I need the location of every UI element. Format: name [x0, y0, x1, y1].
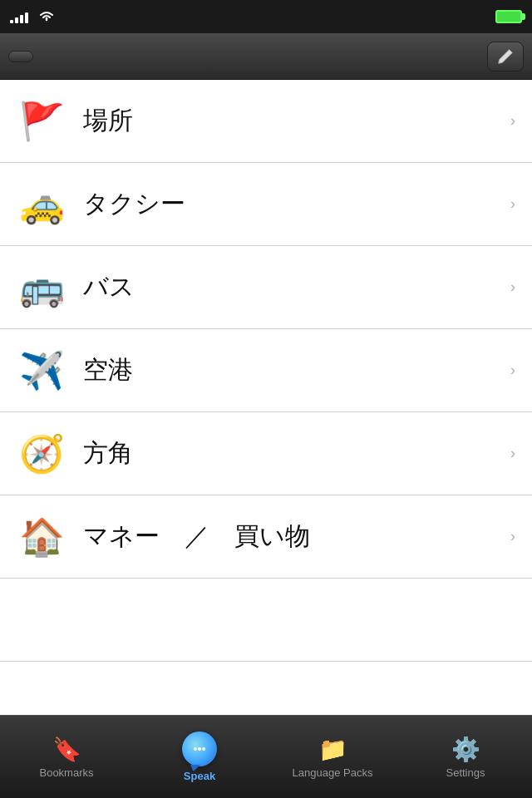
tab-label-bookmarks: Bookmarks: [39, 766, 93, 779]
nav-bar: [0, 33, 532, 80]
label-places: 場所: [83, 104, 133, 138]
svg-point-1: [198, 747, 201, 751]
tab-icon-language-packs: 📁: [318, 736, 347, 763]
search-button[interactable]: [487, 42, 524, 71]
label-airport: 空港: [83, 353, 133, 387]
icon-bus: 🚌: [17, 263, 66, 313]
status-left: [10, 10, 55, 23]
tab-bookmarks[interactable]: 🔖Bookmarks: [0, 716, 133, 798]
list-item-empty: [0, 662, 532, 715]
speech-icon: [190, 741, 209, 756]
list-item-bus[interactable]: 🚌バス›: [0, 246, 532, 329]
tab-settings[interactable]: ⚙️Settings: [399, 716, 532, 798]
status-right: [495, 10, 522, 23]
tab-icon-bookmarks: 🔖: [52, 736, 81, 763]
list-item-money[interactable]: 🏠マネー ／ 買い物›: [0, 495, 532, 579]
icon-airport: ✈️: [17, 346, 66, 396]
label-bus: バス: [83, 270, 135, 304]
label-money: マネー ／ 買い物: [83, 520, 310, 554]
chevron-bus: ›: [510, 278, 515, 296]
label-direction: 方角: [83, 436, 133, 470]
list-item-places[interactable]: 🚩場所›: [0, 80, 532, 163]
chevron-direction: ›: [510, 445, 515, 462]
label-taxi: タクシー: [83, 187, 185, 221]
status-bar: [0, 0, 532, 33]
chevron-places: ›: [510, 112, 515, 130]
icon-taxi: 🚕: [17, 180, 66, 229]
svg-point-2: [202, 747, 205, 751]
signal-icon: [10, 10, 28, 23]
icon-direction: 🧭: [17, 429, 66, 479]
tab-label-speak: Speak: [184, 770, 215, 782]
tab-language-packs[interactable]: 📁Language Packs: [266, 716, 399, 798]
category-list: 🚩場所›🚕タクシー›🚌バス›✈️空港›🧭方角›🏠マネー ／ 買い物›: [0, 80, 532, 715]
back-button[interactable]: [8, 51, 33, 62]
wifi-icon: [38, 10, 55, 23]
list-item-empty: [0, 579, 532, 662]
tab-icon-settings: ⚙️: [451, 736, 480, 763]
chevron-money: ›: [510, 528, 515, 545]
tab-speak[interactable]: Speak: [133, 716, 266, 798]
speak-icon: [182, 732, 217, 766]
tab-bar: 🔖Bookmarks Speak📁Language Packs⚙️Setting…: [0, 715, 532, 798]
svg-point-0: [194, 747, 197, 751]
tab-label-settings: Settings: [446, 766, 485, 779]
battery-icon: [495, 10, 522, 23]
icon-money: 🏠: [17, 512, 66, 562]
icon-places: 🚩: [17, 96, 66, 146]
tab-label-language-packs: Language Packs: [293, 766, 373, 779]
pencil-icon: [496, 47, 515, 66]
list-item-direction[interactable]: 🧭方角›: [0, 412, 532, 495]
list-item-airport[interactable]: ✈️空港›: [0, 329, 532, 412]
list-item-taxi[interactable]: 🚕タクシー›: [0, 163, 532, 246]
chevron-airport: ›: [510, 362, 515, 379]
chevron-taxi: ›: [510, 195, 515, 213]
